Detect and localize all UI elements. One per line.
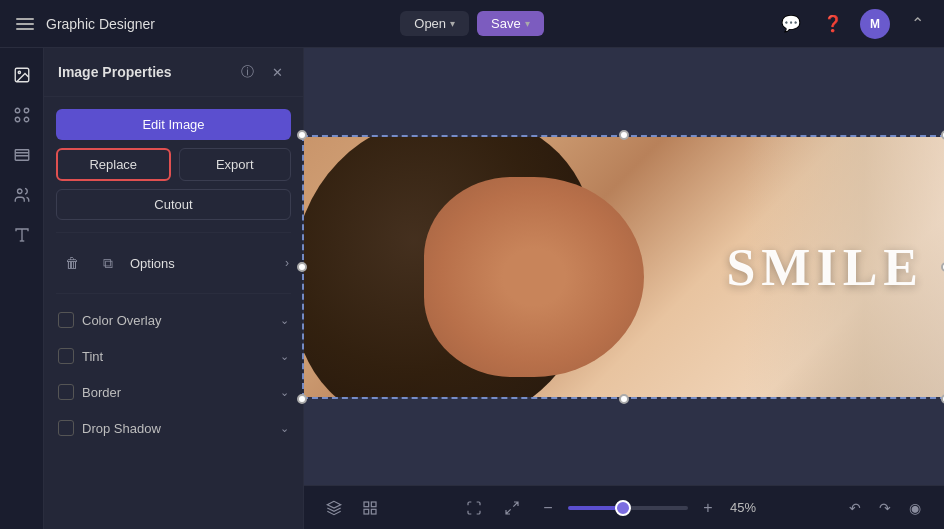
svg-rect-9 bbox=[364, 502, 369, 507]
handle-top-left[interactable] bbox=[297, 130, 307, 140]
panel-header-icons: ⓘ ✕ bbox=[235, 60, 289, 84]
property-tint[interactable]: Tint ⌄ bbox=[56, 342, 291, 370]
close-icon[interactable]: ✕ bbox=[265, 60, 289, 84]
svg-point-7 bbox=[17, 189, 22, 194]
replace-button[interactable]: Replace bbox=[56, 148, 171, 181]
svg-point-4 bbox=[15, 117, 20, 122]
handle-middle-left[interactable] bbox=[297, 262, 307, 272]
expand-icon[interactable]: ⌃ bbox=[902, 9, 932, 39]
zoom-slider-container: − + bbox=[536, 496, 720, 520]
handle-bottom-left[interactable] bbox=[297, 394, 307, 404]
save-button[interactable]: Save ▾ bbox=[477, 11, 544, 36]
undo-redo-group: ↶ ↷ ◉ bbox=[842, 495, 928, 521]
menu-icon[interactable] bbox=[12, 14, 38, 34]
bottombar: − + 45% ↶ ↷ ◉ bbox=[304, 485, 944, 529]
avatar[interactable]: M bbox=[860, 9, 890, 39]
color-overlay-chevron-icon: ⌄ bbox=[280, 314, 289, 327]
bottom-left bbox=[320, 494, 384, 522]
sidebar-item-people[interactable] bbox=[5, 178, 39, 212]
app-title: Graphic Designer bbox=[46, 16, 155, 32]
image-text: SMILE bbox=[726, 237, 924, 296]
options-chevron-icon: › bbox=[285, 256, 289, 270]
copy-icon[interactable]: ⧉ bbox=[94, 249, 122, 277]
panel-header: Image Properties ⓘ ✕ bbox=[44, 48, 303, 97]
topbar: Graphic Designer Open ▾ Save ▾ 💬 ❓ M ⌃ bbox=[0, 0, 944, 48]
edit-image-button[interactable]: Edit Image bbox=[56, 109, 291, 140]
sidebar-item-image[interactable] bbox=[5, 58, 39, 92]
panel-content: Edit Image Replace Export Cutout 🗑 ⧉ Opt… bbox=[44, 97, 303, 454]
zoom-in-icon[interactable]: + bbox=[696, 496, 720, 520]
border-checkbox[interactable] bbox=[58, 384, 74, 400]
svg-point-2 bbox=[15, 108, 20, 113]
fit-width-icon[interactable] bbox=[498, 494, 526, 522]
border-chevron-icon: ⌄ bbox=[280, 386, 289, 399]
tint-checkbox[interactable] bbox=[58, 348, 74, 364]
icon-sidebar bbox=[0, 48, 44, 529]
svg-rect-10 bbox=[371, 502, 376, 507]
topbar-right: 💬 ❓ M ⌃ bbox=[552, 9, 932, 39]
info-icon[interactable]: ⓘ bbox=[235, 60, 259, 84]
svg-point-5 bbox=[24, 117, 29, 122]
properties-panel: Image Properties ⓘ ✕ Edit Image Replace … bbox=[44, 48, 304, 529]
replace-export-row: Replace Export bbox=[56, 148, 291, 181]
drop-shadow-checkbox[interactable] bbox=[58, 420, 74, 436]
topbar-left: Graphic Designer bbox=[12, 14, 392, 34]
bottom-center: − + 45% bbox=[396, 494, 830, 522]
drop-shadow-chevron-icon: ⌄ bbox=[280, 422, 289, 435]
image-frame[interactable]: SMILE bbox=[304, 137, 944, 397]
sidebar-item-elements[interactable] bbox=[5, 98, 39, 132]
export-button[interactable]: Export bbox=[179, 148, 292, 181]
divider-1 bbox=[56, 232, 291, 233]
svg-rect-6 bbox=[15, 150, 29, 161]
main-layout: Image Properties ⓘ ✕ Edit Image Replace … bbox=[0, 48, 944, 529]
property-color-overlay[interactable]: Color Overlay ⌄ bbox=[56, 306, 291, 334]
canvas-area: SMILE bbox=[304, 48, 944, 529]
face-decoration bbox=[424, 177, 644, 377]
color-overlay-checkbox[interactable] bbox=[58, 312, 74, 328]
svg-rect-12 bbox=[364, 509, 369, 514]
svg-marker-8 bbox=[327, 501, 340, 508]
trash-icon[interactable]: 🗑 bbox=[58, 249, 86, 277]
save-chevron-icon: ▾ bbox=[525, 18, 530, 29]
undo-icon[interactable]: ↶ bbox=[842, 495, 868, 521]
grid-icon[interactable] bbox=[356, 494, 384, 522]
fit-screen-icon[interactable] bbox=[460, 494, 488, 522]
canvas-viewport: SMILE bbox=[304, 48, 944, 485]
zoom-out-icon[interactable]: − bbox=[536, 496, 560, 520]
redo-icon[interactable]: ↷ bbox=[872, 495, 898, 521]
zoom-slider[interactable] bbox=[568, 506, 688, 510]
handle-bottom-middle[interactable] bbox=[619, 394, 629, 404]
cutout-button[interactable]: Cutout bbox=[56, 189, 291, 220]
sidebar-item-layers[interactable] bbox=[5, 138, 39, 172]
zoom-value: 45% bbox=[730, 500, 766, 515]
help-icon[interactable]: ❓ bbox=[818, 9, 848, 39]
open-button[interactable]: Open ▾ bbox=[400, 11, 469, 36]
panel-title: Image Properties bbox=[58, 64, 172, 80]
chat-icon[interactable]: 💬 bbox=[776, 9, 806, 39]
topbar-center: Open ▾ Save ▾ bbox=[400, 11, 543, 36]
divider-2 bbox=[56, 293, 291, 294]
svg-rect-11 bbox=[371, 509, 376, 514]
layers-icon[interactable] bbox=[320, 494, 348, 522]
handle-top-middle[interactable] bbox=[619, 130, 629, 140]
svg-point-1 bbox=[18, 71, 20, 73]
property-drop-shadow[interactable]: Drop Shadow ⌄ bbox=[56, 414, 291, 442]
bottom-right: ↶ ↷ ◉ bbox=[842, 495, 928, 521]
options-row: 🗑 ⧉ Options › bbox=[56, 245, 291, 281]
tint-chevron-icon: ⌄ bbox=[280, 350, 289, 363]
open-chevron-icon: ▾ bbox=[450, 18, 455, 29]
image-canvas: SMILE bbox=[304, 137, 944, 397]
property-border[interactable]: Border ⌄ bbox=[56, 378, 291, 406]
history-icon[interactable]: ◉ bbox=[902, 495, 928, 521]
sidebar-item-text[interactable] bbox=[5, 218, 39, 252]
svg-point-3 bbox=[24, 108, 29, 113]
